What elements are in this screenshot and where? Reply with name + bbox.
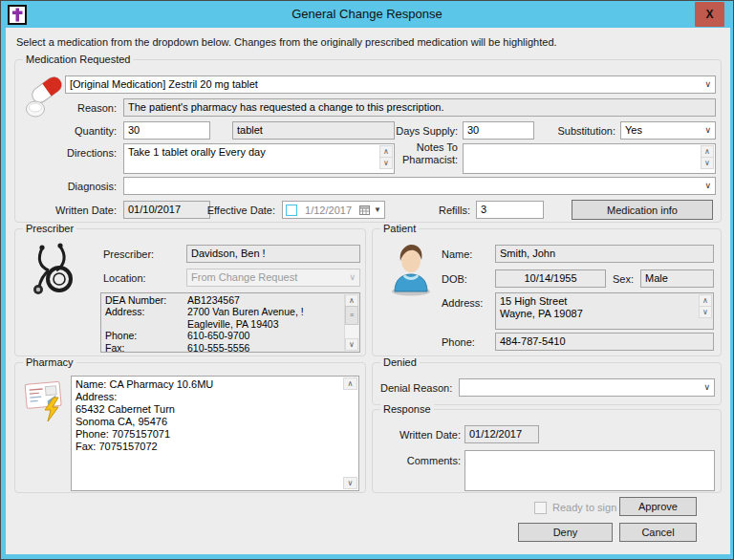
- medication-dropdown[interactable]: [Original Medication] Zestril 20 mg tabl…: [65, 75, 716, 94]
- dialog-window: General Change Response X Select a medic…: [0, 0, 734, 560]
- prescriber-group-label: Prescriber: [23, 223, 76, 235]
- prescriber-info-scrollbar: ∧ ≡ ∨: [344, 294, 358, 351]
- patient-dob-field: 10/14/1955: [495, 269, 606, 288]
- effective-date-checkbox[interactable]: [286, 205, 297, 216]
- prescriber-location-dropdown: From Change Request ∨: [186, 269, 360, 287]
- instruction-text: Select a medication from the dropdown be…: [16, 36, 557, 48]
- directions-label: Directions:: [15, 144, 117, 162]
- effective-date-value: 1/12/2017: [301, 205, 356, 216]
- scroll-down-icon[interactable]: ∨: [345, 338, 358, 351]
- patient-address-scrollbar: ∧ ∨: [699, 294, 712, 318]
- patient-group: Patient Name: Smith, John DOB: 10/14/195…: [372, 228, 722, 356]
- scroll-down-icon[interactable]: ∨: [701, 157, 714, 169]
- refills-input[interactable]: 3: [476, 201, 544, 219]
- stethoscope-icon: [29, 243, 78, 298]
- title-bar: General Change Response X: [1, 1, 733, 28]
- substitution-dropdown[interactable]: Yes ∨: [620, 121, 716, 140]
- dialog-title: General Change Response: [1, 1, 733, 28]
- close-button[interactable]: X: [695, 2, 724, 27]
- patient-phone-label: Phone:: [442, 334, 475, 352]
- diagnosis-dropdown[interactable]: ∨: [123, 177, 716, 195]
- chevron-down-icon: ∨: [704, 122, 711, 139]
- pharmacy-line: Fax: 7075157072: [76, 441, 341, 453]
- cancel-button[interactable]: Cancel: [619, 523, 697, 542]
- quantity-input[interactable]: 30: [123, 121, 210, 140]
- notes-scrollbar: ∧ ∨: [701, 145, 714, 169]
- written-date-field: 01/10/2017: [123, 201, 210, 219]
- prescriber-group: Prescriber Prescriber: Davidson, Ben ! L…: [14, 228, 366, 356]
- pharmacy-line: Name: CA Pharmacy 10.6MU: [76, 378, 341, 391]
- pharmacy-info-box[interactable]: Name: CA Pharmacy 10.6MU Address: 65432 …: [71, 376, 359, 491]
- chevron-down-icon: ∨: [704, 76, 711, 93]
- substitution-label: Substitution:: [488, 122, 615, 140]
- pharmacy-scrollbar: ∧ ∨: [343, 377, 357, 489]
- scroll-up-icon[interactable]: ∧: [343, 377, 357, 390]
- medication-group-label: Medication Requested: [23, 54, 133, 66]
- prescription-pad-lightning-icon: [23, 377, 69, 426]
- patient-phone-field: 484-787-5410: [495, 333, 714, 351]
- pharmacy-line: Address:: [76, 391, 341, 403]
- approve-button[interactable]: Approve: [619, 497, 697, 516]
- response-written-date-label: Written Date:: [380, 426, 461, 444]
- pharmacy-group-label: Pharmacy: [23, 356, 76, 369]
- patient-address-line1: 15 High Street: [500, 295, 696, 308]
- effective-date-picker[interactable]: 1/12/2017 ▼: [282, 201, 385, 219]
- chevron-down-icon: ∨: [704, 178, 711, 194]
- days-supply-label: Days Supply:: [331, 122, 458, 140]
- scrollbar-thumb[interactable]: ≡: [345, 306, 358, 325]
- denial-reason-dropdown[interactable]: ∨: [459, 378, 715, 397]
- dialog-body: Select a medication from the dropdown be…: [6, 28, 730, 554]
- denied-group-label: Denied: [380, 356, 420, 369]
- chevron-down-icon: ∨: [349, 269, 356, 286]
- prescriber-location-value: From Change Request: [191, 271, 297, 283]
- chevron-down-icon: ∨: [703, 379, 710, 396]
- quantity-label: Quantity:: [15, 122, 117, 140]
- medication-dropdown-value: [Original Medication] Zestril 20 mg tabl…: [70, 78, 258, 90]
- person-avatar-icon: [388, 240, 434, 299]
- patient-name-label: Name:: [442, 246, 472, 264]
- reason-field: The patient's pharmacy has requested a c…: [123, 98, 716, 117]
- directions-textarea[interactable]: Take 1 tablet orally Every day ∧ ∨: [123, 143, 395, 174]
- denial-reason-label: Denial Reason:: [380, 379, 452, 398]
- patient-sex-label: Sex:: [606, 270, 634, 289]
- patient-sex-field: Male: [640, 269, 714, 288]
- refills-label: Refills:: [398, 202, 470, 220]
- notes-to-pharmacist-textarea[interactable]: ∧ ∨: [463, 143, 716, 174]
- patient-dob-label: DOB:: [442, 270, 467, 289]
- prescriber-name-label: Prescriber:: [103, 246, 154, 264]
- response-written-date-field: 01/12/2017: [464, 425, 539, 443]
- patient-address-box: 15 High Street Wayne, PA 19087 ∧ ∨: [495, 292, 714, 330]
- denied-group: Denied Denial Reason: ∨: [372, 362, 722, 405]
- pharmacy-line: Sonoma CA, 95476: [76, 416, 341, 428]
- patient-name-field: Smith, John: [495, 245, 714, 263]
- effective-date-label: Effective Date:: [203, 202, 275, 220]
- diagnosis-label: Diagnosis:: [15, 178, 117, 196]
- written-date-label: Written Date:: [15, 202, 117, 220]
- patient-address-line2: Wayne, PA 19087: [500, 308, 696, 320]
- pharmacy-line: Phone: 7075157071: [76, 428, 341, 441]
- scroll-down-icon[interactable]: ∨: [343, 477, 357, 489]
- patient-address-label: Address:: [442, 294, 483, 312]
- pharmacy-group: Pharmacy Name: CA Pharmacy: [14, 362, 366, 493]
- reason-label: Reason:: [15, 99, 117, 118]
- scroll-down-icon[interactable]: ∨: [699, 306, 712, 318]
- notes-to-pharmacist-label: Notes To Pharmacist:: [378, 141, 458, 166]
- response-group: Response Written Date: 01/12/2017 Commen…: [372, 409, 722, 493]
- directions-text: Take 1 tablet orally Every day: [128, 146, 266, 158]
- ready-to-sign-checkbox: [534, 502, 547, 514]
- medication-requested-group: Medication Requested [Original Medicatio…: [14, 59, 722, 223]
- substitution-value: Yes: [625, 124, 642, 136]
- ready-to-sign-label: Ready to sign: [552, 499, 616, 517]
- prescriber-location-label: Location:: [103, 269, 146, 288]
- response-group-label: Response: [380, 403, 434, 416]
- chevron-down-icon[interactable]: ▼: [374, 205, 381, 214]
- deny-button[interactable]: Deny: [518, 523, 613, 542]
- medication-info-button[interactable]: Medication info: [572, 200, 713, 220]
- pharmacy-line: 65432 Cabernet Turn: [76, 403, 341, 416]
- prescriber-name-field: Davidson, Ben !: [186, 245, 360, 263]
- prescriber-info-box: DEA Number:AB1234567 Address:2700 Van Bu…: [100, 292, 360, 353]
- comments-label: Comments:: [380, 452, 461, 470]
- calendar-icon[interactable]: [359, 205, 370, 215]
- comments-textarea[interactable]: [464, 450, 715, 491]
- patient-group-label: Patient: [380, 223, 419, 235]
